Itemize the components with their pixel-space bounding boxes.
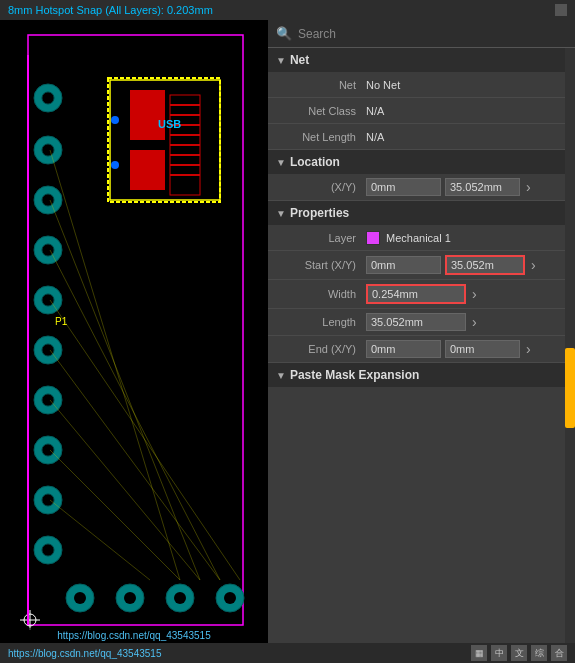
width-arrow-btn[interactable]: › xyxy=(472,286,477,302)
main-area: USB P1 https://blog xyxy=(0,20,575,643)
svg-point-17 xyxy=(42,444,54,456)
svg-point-15 xyxy=(42,394,54,406)
svg-point-13 xyxy=(42,344,54,356)
length-label: Length xyxy=(276,316,356,328)
pcb-svg: USB P1 xyxy=(0,20,268,643)
length-row: Length › xyxy=(268,309,575,336)
layer-label: Layer xyxy=(276,232,356,244)
svg-text:P1: P1 xyxy=(55,316,68,327)
search-input[interactable] xyxy=(298,27,567,41)
paste-mask-arrow: ▼ xyxy=(276,370,286,381)
width-label: Width xyxy=(276,288,356,300)
netlength-field-row: Net Length N/A xyxy=(268,124,575,150)
netclass-field-row: Net Class N/A xyxy=(268,98,575,124)
start-y-input[interactable] xyxy=(445,255,525,275)
start-xy-inputs: › xyxy=(366,255,536,275)
section-net: ▼ Net Net No Net Net Class N/A Net Lengt… xyxy=(268,48,575,150)
width-input[interactable] xyxy=(366,284,466,304)
location-section-title: Location xyxy=(290,155,340,169)
end-arrow-btn[interactable]: › xyxy=(526,341,531,357)
svg-point-7 xyxy=(42,194,54,206)
section-paste-mask: ▼ Paste Mask Expansion xyxy=(268,363,575,387)
svg-rect-31 xyxy=(130,90,165,140)
top-bar: 8mm Hotspot Snap (All Layers): 0.203mm xyxy=(0,0,575,20)
location-arrow: ▼ xyxy=(276,157,286,168)
end-xy-inputs: › xyxy=(366,340,531,358)
svg-point-27 xyxy=(174,592,186,604)
custom-scrollbar[interactable] xyxy=(565,48,575,643)
section-location: ▼ Location (X/Y) › xyxy=(268,150,575,201)
bottom-icon-3[interactable]: 文 xyxy=(511,645,527,661)
bottom-icon-4[interactable]: 综 xyxy=(531,645,547,661)
length-input[interactable] xyxy=(366,313,466,331)
svg-point-25 xyxy=(124,592,136,604)
bottom-icon-2[interactable]: 中 xyxy=(491,645,507,661)
properties-section-title: Properties xyxy=(290,206,349,220)
start-xy-label: Start (X/Y) xyxy=(276,259,356,271)
netlength-value: N/A xyxy=(366,131,384,143)
properties-section-header[interactable]: ▼ Properties xyxy=(268,201,575,225)
location-xy-row: (X/Y) › xyxy=(268,174,575,201)
start-x-input[interactable] xyxy=(366,256,441,274)
svg-point-29 xyxy=(224,592,236,604)
paste-mask-section-header[interactable]: ▼ Paste Mask Expansion xyxy=(268,363,575,387)
netclass-label: Net Class xyxy=(276,105,356,117)
location-x-input[interactable] xyxy=(366,178,441,196)
layer-color-swatch xyxy=(366,231,380,245)
start-xy-row: Start (X/Y) › xyxy=(268,251,575,280)
net-field-row: Net No Net xyxy=(268,72,575,98)
pcb-canvas[interactable]: USB P1 https://blog xyxy=(0,20,268,643)
start-arrow-btn[interactable]: › xyxy=(531,257,536,273)
svg-point-19 xyxy=(42,494,54,506)
search-bar: 🔍 xyxy=(268,20,575,48)
minimize-button[interactable] xyxy=(555,4,567,16)
netclass-value: N/A xyxy=(366,105,384,117)
scrollbar-thumb[interactable] xyxy=(565,348,575,428)
net-section-header[interactable]: ▼ Net xyxy=(268,48,575,72)
svg-point-44 xyxy=(111,161,119,169)
svg-point-43 xyxy=(111,116,119,124)
location-xy-label: (X/Y) xyxy=(276,181,356,193)
bottom-icons: ▦ 中 文 综 合 xyxy=(471,645,567,661)
net-label: Net xyxy=(276,79,356,91)
layer-value-wrap: Mechanical 1 xyxy=(366,231,451,245)
svg-text:USB: USB xyxy=(158,118,181,130)
location-xy-inputs: › xyxy=(366,178,531,196)
svg-point-3 xyxy=(42,92,54,104)
width-row: Width › xyxy=(268,280,575,309)
bottom-bar: https://blog.csdn.net/qq_43543515 ▦ 中 文 … xyxy=(0,643,575,663)
location-y-input[interactable] xyxy=(445,178,520,196)
net-value: No Net xyxy=(366,79,400,91)
properties-scroll[interactable]: ▼ Net Net No Net Net Class N/A Net Lengt… xyxy=(268,48,575,643)
layer-row: Layer Mechanical 1 xyxy=(268,225,575,251)
snap-info-label: 8mm Hotspot Snap (All Layers): 0.203mm xyxy=(8,4,213,16)
end-xy-label: End (X/Y) xyxy=(276,343,356,355)
right-panel: 🔍 ▼ Net Net No Net Net Class xyxy=(268,20,575,643)
width-input-wrap: › xyxy=(366,284,477,304)
paste-mask-section-title: Paste Mask Expansion xyxy=(290,368,419,382)
svg-point-5 xyxy=(42,144,54,156)
watermark: https://blog.csdn.net/qq_43543515 xyxy=(0,628,268,643)
bottom-url: https://blog.csdn.net/qq_43543515 xyxy=(8,648,161,659)
search-icon: 🔍 xyxy=(276,26,292,41)
location-arrow-btn[interactable]: › xyxy=(526,179,531,195)
end-xy-row: End (X/Y) › xyxy=(268,336,575,363)
bottom-icon-1[interactable]: ▦ xyxy=(471,645,487,661)
properties-arrow: ▼ xyxy=(276,208,286,219)
net-section-title: Net xyxy=(290,53,309,67)
svg-rect-32 xyxy=(130,150,165,190)
section-properties: ▼ Properties Layer Mechanical 1 Start (X… xyxy=(268,201,575,363)
layer-value: Mechanical 1 xyxy=(386,232,451,244)
length-input-wrap: › xyxy=(366,313,477,331)
length-arrow-btn[interactable]: › xyxy=(472,314,477,330)
netlength-label: Net Length xyxy=(276,131,356,143)
end-y-input[interactable] xyxy=(445,340,520,358)
bottom-icon-5[interactable]: 合 xyxy=(551,645,567,661)
net-arrow: ▼ xyxy=(276,55,286,66)
svg-point-21 xyxy=(42,544,54,556)
location-section-header[interactable]: ▼ Location xyxy=(268,150,575,174)
svg-point-23 xyxy=(74,592,86,604)
end-x-input[interactable] xyxy=(366,340,441,358)
properties-panel: ▼ Net Net No Net Net Class N/A Net Lengt… xyxy=(268,48,575,643)
svg-point-11 xyxy=(42,294,54,306)
